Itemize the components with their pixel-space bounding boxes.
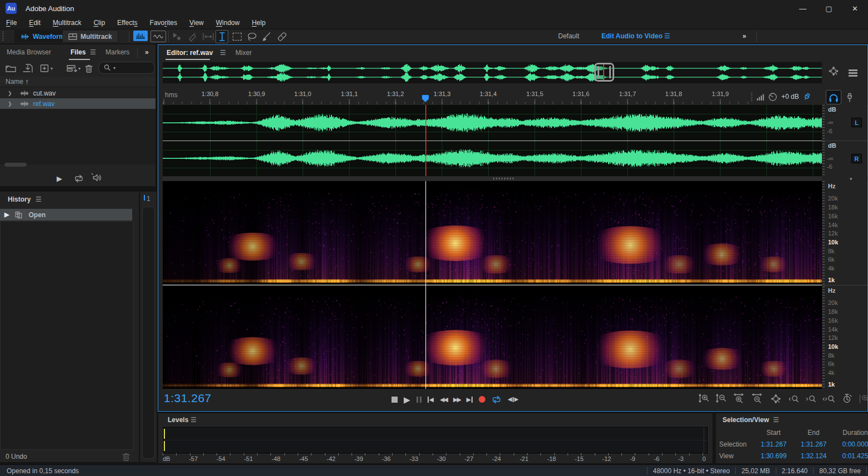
delete-file-icon[interactable] (84, 62, 94, 74)
clear-history-trash-icon[interactable] (121, 450, 131, 463)
menu-favorites[interactable]: Favorites (144, 18, 183, 28)
selection-start-value[interactable]: 1:31.267 (754, 440, 794, 448)
menu-edit[interactable]: Edit (23, 18, 47, 28)
show-waveform-toggle[interactable] (133, 31, 148, 41)
view-end-value[interactable]: 1:32.124 (794, 452, 834, 460)
new-content-icon[interactable]: ▾ (40, 62, 53, 74)
file-overview-strip[interactable] (163, 62, 822, 83)
history-panel-menu-icon[interactable]: ☰ (36, 196, 42, 203)
selection-end-value[interactable]: 1:31.267 (794, 440, 834, 448)
tab-mixer[interactable]: Mixer (235, 49, 252, 57)
name-column-header[interactable]: Name ↑ (6, 78, 28, 86)
file-row-cut[interactable]: ❯ cut.wav (0, 88, 155, 98)
maximize-button[interactable]: ▢ (816, 0, 842, 17)
workspace-menu-icon[interactable]: ☰ (664, 32, 670, 40)
editor-panel-menu-icon[interactable]: ☰ (220, 49, 226, 57)
dock-strip-track[interactable] (142, 207, 155, 459)
zoom-selection-in-button[interactable] (858, 393, 868, 405)
gain-value[interactable]: +0 dB (781, 93, 799, 101)
search-dropdown-icon[interactable]: ▾ (113, 66, 116, 71)
pin-icon[interactable] (803, 93, 811, 101)
slip-tool[interactable] (202, 31, 215, 43)
stop-button[interactable] (392, 397, 398, 403)
menu-window[interactable]: Window (210, 18, 246, 28)
minimize-button[interactable]: — (790, 0, 816, 17)
auto-play-speaker-button[interactable] (91, 171, 103, 183)
lasso-selection-tool[interactable] (246, 31, 258, 43)
zoom-out-vertical-button[interactable] (715, 393, 727, 405)
menu-effects[interactable]: Effects (111, 18, 143, 28)
monitor-headphone-button[interactable] (826, 90, 841, 104)
razor-tool[interactable] (187, 31, 199, 43)
skip-to-start-button[interactable]: ◀ (428, 397, 434, 403)
files-tabs-overflow[interactable]: » (145, 48, 149, 56)
current-time-display[interactable]: 1:31.267 (164, 392, 212, 405)
levels-panel-menu-icon[interactable]: ☰ (190, 416, 197, 424)
show-spectral-toggle[interactable] (150, 31, 166, 42)
expand-chevron-icon[interactable]: ❯ (8, 101, 12, 107)
selection-view-menu-icon[interactable]: ☰ (773, 416, 779, 424)
gain-knob-icon[interactable] (768, 92, 777, 102)
workspace-overflow[interactable]: » (742, 32, 747, 40)
menu-multitrack[interactable]: Multitrack (47, 18, 87, 28)
move-tool[interactable] (171, 31, 183, 43)
view-start-value[interactable]: 1:30.699 (754, 452, 794, 460)
zoom-in-horizontal-button[interactable] (732, 393, 746, 405)
expand-chevron-icon[interactable]: ❯ (8, 91, 12, 96)
spot-healing-brush-tool[interactable] (275, 31, 289, 43)
tab-files[interactable]: Files (71, 48, 86, 56)
zoom-in-point-button[interactable]: ‹ (787, 393, 800, 405)
workspace-default[interactable]: Default (558, 32, 579, 40)
toolbar-grip[interactable] (2, 32, 4, 41)
pause-button[interactable] (417, 397, 422, 403)
wave-spectral-splitter[interactable] (163, 177, 822, 181)
hud-grip[interactable] (751, 92, 752, 101)
overview-view-indicator[interactable] (594, 63, 614, 82)
tab-markers[interactable]: Markers (106, 48, 129, 56)
import-file-icon[interactable] (22, 62, 33, 74)
zoom-to-selection-button[interactable]: ‹› (822, 393, 836, 405)
preview-loop-button[interactable] (74, 172, 84, 184)
file-row-ref[interactable]: ❯ ref.wav (0, 98, 155, 109)
selection-duration-value[interactable]: 0:00.000 (834, 440, 868, 448)
menu-file[interactable]: File (0, 18, 23, 28)
files-panel-menu-icon[interactable]: ☰ (90, 48, 96, 56)
frequency-scale[interactable]: Hz 20k 18k 16k 14k 12k 10k 8k 6k 4k 1k H… (822, 181, 868, 389)
tab-media-browser[interactable]: Media Browser (7, 48, 51, 56)
insert-into-multitrack-icon[interactable]: ▾ (67, 62, 81, 74)
workspace-active[interactable]: Edit Audio to Video (601, 32, 663, 40)
spectral-display[interactable] (163, 181, 822, 389)
files-search-input[interactable]: ▾ (98, 62, 155, 74)
overview-menu-icon[interactable] (847, 67, 859, 79)
zoom-reset-time-button[interactable] (841, 393, 853, 405)
zoom-in-vertical-button[interactable] (698, 393, 710, 405)
files-horizontal-scrollbar[interactable] (4, 163, 27, 167)
tab-editor[interactable]: Editor: ref.wav (167, 49, 213, 57)
open-file-icon[interactable] (6, 62, 17, 74)
menu-clip[interactable]: Clip (87, 18, 111, 28)
close-button[interactable]: ✕ (842, 0, 868, 17)
left-channel-badge[interactable]: L (851, 118, 862, 127)
multitrack-editor-button[interactable]: Multitrack (62, 30, 118, 43)
rewind-button[interactable]: ◀◀ (440, 397, 447, 403)
level-meter[interactable] (163, 427, 708, 454)
menu-help[interactable]: Help (245, 18, 272, 28)
timeline-ruler[interactable]: hms 1:30,8 1:30,9 1:31,0 1:31,1 1:31,2 1… (163, 89, 822, 104)
time-selection-tool[interactable] (215, 30, 228, 43)
paintbrush-selection-tool[interactable] (260, 31, 273, 43)
marquee-selection-tool[interactable] (231, 31, 243, 43)
loop-playback-button[interactable] (491, 395, 501, 404)
metronome-pin-icon[interactable] (844, 91, 855, 103)
preview-play-button[interactable]: ▶ (57, 172, 62, 184)
zoom-reset-button[interactable] (769, 393, 782, 405)
record-button[interactable] (479, 396, 485, 403)
right-channel-badge[interactable]: R (851, 154, 862, 163)
overview-zoom-nav-icon[interactable] (827, 66, 840, 78)
skip-selection-button[interactable]: ◀▶ (508, 397, 518, 402)
skip-to-end-button[interactable]: ▶ (466, 397, 473, 403)
history-item-open[interactable]: ▶ Open (0, 209, 132, 221)
zoom-out-horizontal-button[interactable] (751, 393, 764, 405)
waveform-display[interactable] (163, 105, 822, 176)
play-button[interactable]: ▶ (404, 395, 410, 404)
view-duration-value[interactable]: 0:01.425 (834, 452, 868, 460)
